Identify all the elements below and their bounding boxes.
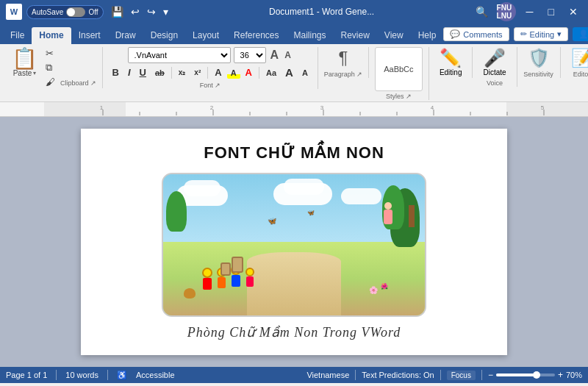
autosave-state: Off (88, 8, 98, 16)
autosave-label: AutoSave (32, 8, 63, 16)
voice-group: 🎤 Dictate Voice (476, 47, 517, 87)
restore-button[interactable]: □ (544, 4, 559, 19)
strikethrough-button[interactable]: ab (151, 67, 168, 79)
editing-button[interactable]: ✏ Editing ▾ (514, 27, 569, 41)
styles-label: AaBbCc (384, 65, 413, 74)
page-info: Page 1 of 1 (6, 371, 47, 379)
sensitivity-button[interactable]: 🛡️ (523, 47, 554, 69)
editor-group-label: Editor (573, 71, 588, 78)
font-color-button[interactable]: A (242, 65, 256, 79)
bold-button[interactable]: B (109, 65, 123, 79)
zoom-thumb (533, 371, 540, 379)
tab-home[interactable]: Home (32, 27, 71, 44)
clipboard-small-buttons: ✂ ⧉ 🖌 (43, 47, 57, 88)
dictate-label: Dictate (483, 68, 506, 76)
title-bar-right: 🔍 FNU LNU ─ □ ✕ (473, 2, 582, 21)
language-label: Vietnamese (306, 371, 349, 379)
tab-design[interactable]: Design (143, 27, 185, 44)
zoom-in-button[interactable]: + (558, 370, 563, 380)
grow-font-button[interactable]: A (269, 48, 281, 62)
save-qat-button[interactable]: 💾 (108, 4, 126, 19)
accessibility-icon: ♿ (117, 371, 127, 380)
customize-qat-button[interactable]: ▾ (160, 4, 171, 19)
tab-references[interactable]: References (226, 27, 286, 44)
tab-mailings[interactable]: Mailings (286, 27, 333, 44)
undo-button[interactable]: ↩ (128, 4, 143, 19)
tab-draw[interactable]: Draw (108, 27, 143, 44)
grow-font2-button[interactable]: A (282, 65, 297, 80)
svg-text:4: 4 (431, 104, 434, 111)
autosave-toggle[interactable] (66, 7, 85, 17)
shrink-font-button[interactable]: A (283, 49, 293, 61)
document-page[interactable]: FONT CHỮ MẦM NON (81, 129, 507, 355)
editing-dropdown-icon: ▾ (557, 29, 562, 39)
dictate-button[interactable]: 🎤 Dictate (478, 47, 510, 78)
paragraph-label: Paragraph (324, 71, 355, 78)
paragraph-expand-icon[interactable]: ↗ (356, 71, 362, 78)
tab-review[interactable]: Review (334, 27, 377, 44)
comments-label: Comments (463, 30, 502, 39)
font-family-selector[interactable]: .VnAvant (128, 47, 231, 63)
underline-button[interactable]: U (136, 65, 150, 79)
minimize-button[interactable]: ─ (522, 4, 538, 19)
status-separator1 (56, 370, 57, 380)
zoom-fill (496, 374, 537, 376)
editing-ribbon-button[interactable]: ✏️ Editing (435, 47, 467, 78)
svg-text:2: 2 (210, 104, 214, 111)
tab-help[interactable]: Help (411, 27, 444, 44)
close-button[interactable]: ✕ (564, 4, 582, 19)
document-heading: FONT CHỮ MẦM NON (204, 143, 384, 162)
subscript-button[interactable]: x₂ (175, 67, 190, 78)
font-size-selector[interactable]: 36 (234, 47, 266, 63)
status-separator3 (355, 370, 356, 380)
ruler-marks: 1 2 3 4 5 (44, 102, 588, 117)
comments-button[interactable]: 💬 Comments (443, 27, 509, 41)
svg-text:1: 1 (100, 104, 104, 111)
autosave-badge[interactable]: AutoSave Off (26, 5, 104, 19)
user-avatar[interactable]: FNU LNU (497, 2, 516, 21)
sensitivity-group: 🛡️ Sensitivity (520, 47, 561, 78)
word-count: 10 words (65, 371, 98, 379)
paste-dropdown-icon[interactable]: ▾ (33, 70, 36, 76)
focus-label: Focus (451, 371, 471, 379)
sensitivity-icon: 🛡️ (528, 49, 550, 68)
status-separator5 (481, 370, 482, 380)
font-selector-row: .VnAvant 36 A A (128, 47, 293, 63)
styles-expand-icon[interactable]: ↗ (406, 93, 412, 100)
focus-button[interactable]: Focus (447, 371, 476, 380)
font-aa-button[interactable]: Aa (262, 67, 280, 79)
tab-insert[interactable]: Insert (71, 27, 108, 44)
text-effects-button[interactable]: A (211, 65, 225, 79)
share-button[interactable]: 👤 (573, 27, 588, 41)
tab-file[interactable]: File (3, 27, 32, 44)
paste-button[interactable]: 📋 Paste ▾ (9, 47, 40, 88)
editor-button[interactable]: 📝 (567, 47, 588, 69)
tab-view[interactable]: View (377, 27, 411, 44)
styles-text-label: Styles (386, 93, 404, 100)
highlight-button[interactable]: A (227, 67, 240, 79)
zoom-slider[interactable] (496, 374, 555, 376)
word-logo: W (6, 4, 22, 20)
superscript-button[interactable]: x² (190, 67, 204, 78)
styles-gallery[interactable]: AaBbCc (375, 47, 423, 91)
copy-button[interactable]: ⧉ (43, 61, 57, 74)
editing-group-label: Editing (440, 68, 462, 76)
document-area: FONT CHỮ MẦM NON (0, 117, 588, 367)
font-format-row: B I U ab x₂ x² A A A Aa A A (109, 65, 312, 80)
format-painter-button[interactable]: 🖌 (43, 76, 57, 88)
clipboard-expand-icon[interactable]: ↗ (90, 79, 96, 87)
shrink-font2-button[interactable]: A (298, 67, 312, 79)
title-bar-left: W AutoSave Off 💾 ↩ ↪ ▾ (6, 4, 171, 20)
zoom-level-label: 70% (566, 371, 582, 379)
search-button[interactable]: 🔍 (473, 4, 491, 19)
zoom-out-button[interactable]: − (488, 370, 493, 380)
redo-button[interactable]: ↪ (144, 4, 159, 19)
editing-label: Editing (530, 30, 555, 39)
font-group: .VnAvant 36 A A B I U ab x₂ x² A A A Aa … (106, 47, 318, 89)
microphone-icon: 🎤 (484, 49, 506, 68)
tab-layout[interactable]: Layout (185, 27, 226, 44)
cut-button[interactable]: ✂ (43, 47, 57, 60)
paragraph-button[interactable]: ¶ (334, 47, 352, 69)
font-expand-icon[interactable]: ↗ (215, 82, 220, 89)
italic-button[interactable]: I (124, 65, 135, 79)
